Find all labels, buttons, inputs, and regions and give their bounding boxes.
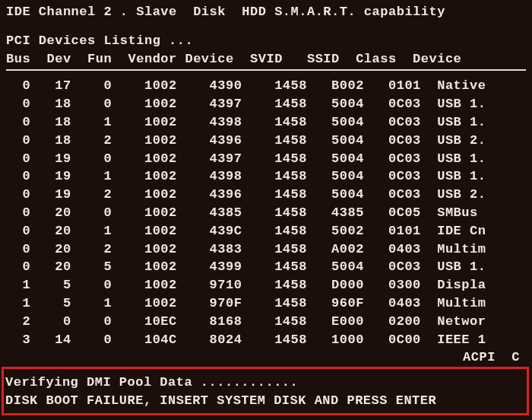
table-row: 0 17 0 1002 4390 1458 B002 0101 Native — [6, 77, 526, 95]
acpi-tail-text: ACPI C — [6, 348, 526, 367]
pci-table-header: Bus Dev Fun Vendor Device SVID SSID Clas… — [6, 50, 526, 68]
table-row: 3 14 0 104C 8024 1458 1000 0C00 IEEE 1 — [6, 331, 526, 349]
table-row: 0 20 2 1002 4383 1458 A002 0403 Multim — [6, 240, 526, 259]
table-row: 0 20 1 1002 439C 1458 5002 0101 IDE Cn — [6, 222, 526, 240]
table-row: 0 18 1 1002 4398 1458 5004 0C03 USB 1. — [6, 113, 526, 132]
boot-error-box: Verifying DMI Pool Data ............ DIS… — [2, 367, 529, 415]
header-rule — [6, 69, 526, 71]
table-row: 0 19 2 1002 4396 1458 5004 0C03 USB 2. — [6, 186, 526, 204]
table-row: 0 18 0 1002 4397 1458 5004 0C03 USB 1. — [6, 95, 526, 113]
ide-channel-line: IDE Channel 2 . Slave Disk HDD S.M.A.R.T… — [6, 3, 526, 21]
pci-table-body: 0 17 0 1002 4390 1458 B002 0101 Native 0… — [6, 77, 526, 348]
table-row: 0 19 0 1002 4397 1458 5004 0C03 USB 1. — [6, 150, 526, 168]
table-row: 0 18 2 1002 4396 1458 5004 0C03 USB 2. — [6, 132, 526, 150]
disk-boot-failure-line: DISK BOOT FAILURE, INSERT SYSTEM DISK AN… — [5, 392, 525, 410]
table-row: 1 5 0 1002 9710 1458 D000 0300 Displa — [6, 276, 526, 294]
pci-listing-title: PCI Devices Listing ... — [6, 32, 526, 50]
table-row: 2 0 0 10EC 8168 1458 E000 0200 Networ — [6, 313, 526, 331]
table-row: 0 19 1 1002 4398 1458 5004 0C03 USB 1. — [6, 167, 526, 186]
dmi-verify-line: Verifying DMI Pool Data ............ — [5, 374, 525, 392]
table-row: 0 20 5 1002 4399 1458 5004 0C03 USB 1. — [6, 258, 526, 276]
table-row: 0 20 0 1002 4385 1458 4385 0C05 SMBus — [6, 204, 526, 222]
table-row: 1 5 1 1002 970F 1458 960F 0403 Multim — [6, 294, 526, 313]
